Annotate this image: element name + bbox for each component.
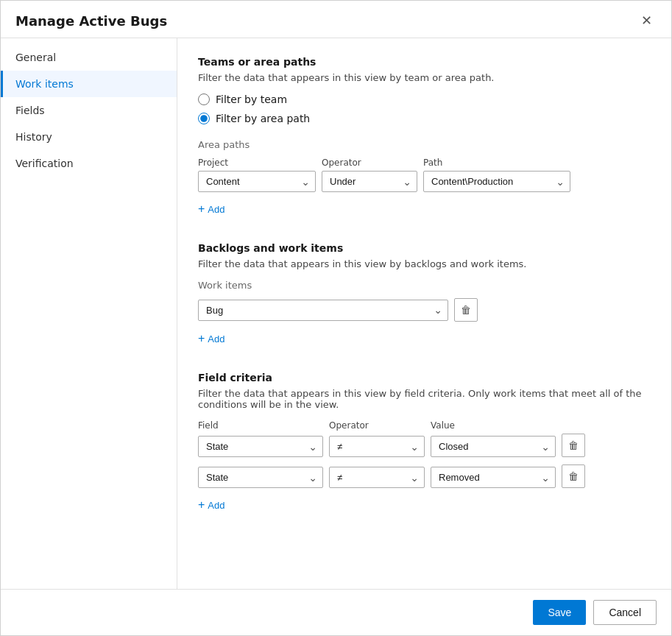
field-criteria-delete-button-2[interactable]: 🗑 bbox=[562, 464, 585, 488]
field-criteria-description: Filter the data that appears in this vie… bbox=[198, 388, 651, 410]
field-select-wrapper-2: State bbox=[198, 467, 323, 488]
area-path-add-button[interactable]: + Add bbox=[198, 199, 224, 219]
filter-by-team-label: Filter by team bbox=[216, 93, 287, 105]
project-label: Project bbox=[198, 158, 316, 168]
manage-active-bugs-dialog: Manage Active Bugs ✕ General Work items … bbox=[0, 0, 672, 636]
sidebar-item-general[interactable]: General bbox=[1, 44, 177, 71]
close-button[interactable]: ✕ bbox=[637, 13, 657, 29]
work-items-sublabel: Work items bbox=[198, 280, 651, 291]
op-select-wrapper-1: ≠ bbox=[329, 436, 425, 457]
filter-by-team-radio[interactable] bbox=[198, 93, 210, 105]
area-path-add-label: Add bbox=[208, 204, 224, 215]
dialog-title: Manage Active Bugs bbox=[15, 13, 167, 29]
field-criteria-row-1: State ≠ Closed 🗑 bbox=[198, 434, 651, 457]
value-select-wrapper-1: Closed bbox=[431, 436, 556, 457]
backlogs-description: Filter the data that appears in this vie… bbox=[198, 258, 651, 269]
main-content: Teams or area paths Filter the data that… bbox=[177, 38, 671, 589]
field-criteria-title: Field criteria bbox=[198, 372, 651, 384]
teams-section: Teams or area paths Filter the data that… bbox=[198, 56, 651, 219]
area-path-row: Project Content Operator Und bbox=[198, 158, 651, 192]
filter-by-area-path-option[interactable]: Filter by area path bbox=[198, 113, 651, 124]
sidebar-item-history[interactable]: History bbox=[1, 124, 177, 150]
sidebar-item-verification[interactable]: Verification bbox=[1, 150, 177, 177]
work-item-select[interactable]: Bug bbox=[198, 300, 448, 321]
field-criteria-headers: Field Operator Value bbox=[198, 420, 651, 431]
work-item-add-button[interactable]: + Add bbox=[198, 329, 224, 348]
field-col-label: Field bbox=[198, 420, 323, 431]
cancel-button[interactable]: Cancel bbox=[593, 600, 657, 625]
backlogs-title: Backlogs and work items bbox=[198, 242, 651, 254]
op-select-1[interactable]: ≠ bbox=[329, 436, 425, 457]
filter-by-area-path-label: Filter by area path bbox=[216, 113, 310, 124]
area-paths-title: Area paths bbox=[198, 139, 651, 150]
value-select-wrapper-2: Removed bbox=[431, 467, 556, 488]
operator-col-label: Operator bbox=[329, 420, 425, 431]
path-select[interactable]: Content\Production bbox=[423, 171, 570, 192]
path-field-group: Path Content\Production bbox=[423, 158, 570, 192]
path-label: Path bbox=[423, 158, 570, 168]
filter-by-area-path-radio[interactable] bbox=[198, 113, 210, 124]
field-criteria-add-button[interactable]: + Add bbox=[198, 495, 224, 515]
work-item-delete-button[interactable]: 🗑 bbox=[454, 298, 478, 322]
field-criteria-add-plus-icon: + bbox=[198, 498, 205, 512]
save-button[interactable]: Save bbox=[533, 600, 586, 625]
value-select-1[interactable]: Closed bbox=[431, 436, 556, 457]
operator-select[interactable]: Under bbox=[322, 171, 417, 192]
op-select-wrapper-2: ≠ bbox=[329, 467, 425, 488]
teams-section-title: Teams or area paths bbox=[198, 56, 651, 68]
value-select-2[interactable]: Removed bbox=[431, 467, 556, 488]
dialog-footer: Save Cancel bbox=[1, 589, 671, 635]
operator-select-wrapper: Under bbox=[322, 171, 417, 192]
field-criteria-add-label: Add bbox=[208, 500, 224, 511]
work-item-select-wrapper: Bug bbox=[198, 300, 448, 321]
field-select-wrapper-1: State bbox=[198, 436, 323, 457]
dialog-header: Manage Active Bugs ✕ bbox=[1, 1, 671, 38]
field-criteria-section: Field criteria Filter the data that appe… bbox=[198, 372, 651, 515]
work-item-row: Bug 🗑 bbox=[198, 298, 651, 322]
field-select-2[interactable]: State bbox=[198, 467, 323, 488]
sidebar-item-fields[interactable]: Fields bbox=[1, 97, 177, 124]
dialog-body: General Work items Fields History Verifi… bbox=[1, 38, 671, 589]
project-select[interactable]: Content bbox=[198, 171, 316, 192]
operator-label: Operator bbox=[322, 158, 417, 168]
sidebar-item-work-items[interactable]: Work items bbox=[1, 71, 177, 97]
work-item-add-label: Add bbox=[208, 333, 224, 344]
project-select-wrapper: Content bbox=[198, 171, 316, 192]
field-criteria-row-2: State ≠ Removed 🗑 bbox=[198, 464, 651, 488]
filter-radio-group: Filter by team Filter by area path bbox=[198, 93, 651, 124]
field-criteria-delete-button-1[interactable]: 🗑 bbox=[562, 434, 585, 457]
work-item-add-plus-icon: + bbox=[198, 332, 205, 345]
project-field-group: Project Content bbox=[198, 158, 316, 192]
filter-by-team-option[interactable]: Filter by team bbox=[198, 93, 651, 105]
value-col-label: Value bbox=[431, 420, 556, 431]
field-select-1[interactable]: State bbox=[198, 436, 323, 457]
sidebar: General Work items Fields History Verifi… bbox=[1, 38, 177, 589]
path-select-wrapper: Content\Production bbox=[423, 171, 570, 192]
backlogs-section: Backlogs and work items Filter the data … bbox=[198, 242, 651, 348]
area-paths-section: Area paths Project Content Operator bbox=[198, 139, 651, 219]
teams-section-description: Filter the data that appears in this vie… bbox=[198, 72, 651, 83]
op-select-2[interactable]: ≠ bbox=[329, 467, 425, 488]
add-plus-icon: + bbox=[198, 202, 205, 216]
operator-field-group: Operator Under bbox=[322, 158, 417, 192]
